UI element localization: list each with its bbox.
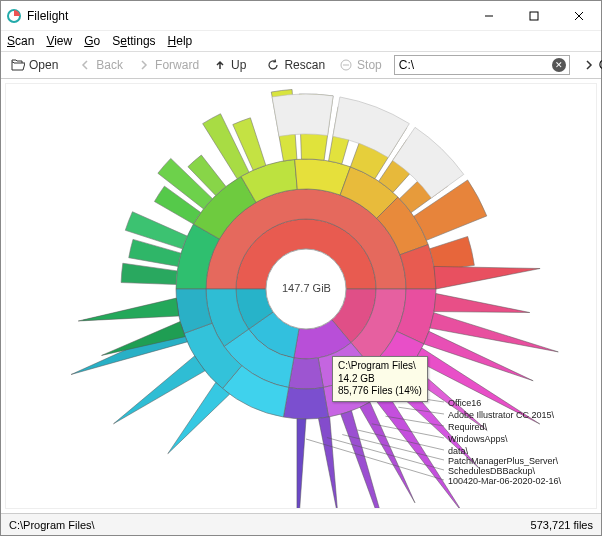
center-size-label: 147.7 GiB [282, 282, 331, 294]
folder-open-icon [11, 58, 25, 72]
leader-pmp: PatchManagerPlus_Server\ [448, 456, 558, 466]
tooltip-size: 14.2 GB [338, 373, 422, 386]
leader-office16: Office16 [448, 398, 481, 408]
leader-illustrator: Adobe Illustrator CC 2015\ [448, 410, 554, 420]
stop-icon [339, 58, 353, 72]
back-button[interactable]: Back [72, 56, 129, 74]
chevron-right-icon [137, 58, 151, 72]
close-button[interactable] [556, 1, 601, 30]
leader-required: Required\ [448, 422, 487, 432]
statusbar: C:\Program Files\ 573,721 files [1, 513, 601, 535]
status-filecount: 573,721 files [531, 519, 593, 531]
chevron-right-icon [582, 58, 596, 72]
menu-go[interactable]: Go [84, 34, 100, 48]
clear-icon[interactable]: ✕ [552, 58, 566, 72]
tooltip-path: C:\Program Files\ [338, 360, 422, 373]
leader-data: data\ [448, 446, 468, 456]
window-controls [466, 1, 601, 30]
leader-schedules: SchedulesDBBackup\ [448, 466, 535, 476]
window-title: Filelight [27, 9, 466, 23]
svg-rect-2 [530, 12, 538, 20]
segment-tooltip: C:\Program Files\ 14.2 GB 85,776 Files (… [332, 356, 428, 402]
toolbar: Open Back Forward Up Rescan [1, 51, 601, 79]
sunburst-svg [6, 84, 596, 508]
leader-backup: 100420-Mar-06-2020-02-16\ [448, 476, 561, 486]
status-path: C:\Program Files\ [9, 519, 95, 531]
tooltip-files: 85,776 Files (14%) [338, 385, 422, 398]
maximize-button[interactable] [511, 1, 556, 30]
minimize-button[interactable] [466, 1, 511, 30]
refresh-icon [266, 58, 280, 72]
menu-help[interactable]: Help [168, 34, 193, 48]
leader-windowsapps: WindowsApps\ [448, 434, 508, 444]
menu-view[interactable]: View [46, 34, 72, 48]
chevron-left-icon [78, 58, 92, 72]
app-window: Filelight Scan View Go Settings Help Ope… [0, 0, 602, 536]
arrow-up-icon [213, 58, 227, 72]
rescan-button[interactable]: Rescan [260, 56, 331, 74]
sunburst-chart[interactable]: 147.7 GiB C:\Program Files\ 14.2 GB 85,7… [5, 83, 597, 509]
open-button[interactable]: Open [5, 56, 64, 74]
stop-button[interactable]: Stop [333, 56, 388, 74]
menubar: Scan View Go Settings Help [1, 31, 601, 51]
menu-settings[interactable]: Settings [112, 34, 155, 48]
up-button[interactable]: Up [207, 56, 252, 74]
menu-scan[interactable]: Scan [7, 34, 34, 48]
path-field-wrap: ✕ [394, 55, 570, 75]
forward-button[interactable]: Forward [131, 56, 205, 74]
path-input[interactable] [394, 55, 570, 75]
titlebar: Filelight [1, 1, 601, 31]
go-button[interactable]: Go [576, 56, 602, 74]
app-icon [7, 9, 21, 23]
